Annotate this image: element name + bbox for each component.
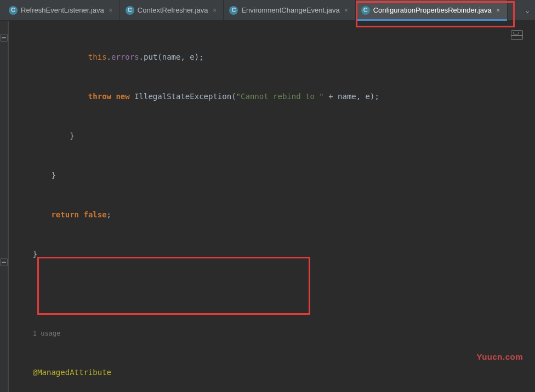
tab-context-refresher[interactable]: C ContextRefresher.java × (120, 0, 224, 20)
tab-environment-change-event[interactable]: C EnvironmentChangeEvent.java × (224, 0, 355, 20)
tab-label: RefreshEventListener.java (21, 6, 104, 14)
java-class-icon: C (361, 6, 370, 15)
fold-handle-icon[interactable] (0, 34, 8, 42)
fold-handle-icon[interactable] (0, 258, 8, 266)
close-icon[interactable]: × (211, 7, 218, 14)
java-class-icon: C (126, 6, 134, 15)
tab-label: ContextRefresher.java (138, 6, 208, 14)
tab-configuration-properties-rebinder[interactable]: C ConfigurationPropertiesRebinder.java × (356, 0, 508, 20)
java-class-icon: C (229, 6, 238, 15)
tab-label: EnvironmentChangeEvent.java (241, 6, 339, 14)
close-icon[interactable]: × (107, 7, 114, 14)
editor-tabs: C RefreshEventListener.java × C ContextR… (0, 0, 535, 21)
code-editor[interactable]: this.errors.put(name, e); throw new Ille… (9, 21, 535, 392)
annotation-highlight-code (37, 257, 310, 315)
tabs-overflow-button[interactable]: ⌄ (520, 0, 535, 20)
watermark-text: Yuucn.com (476, 352, 523, 361)
close-icon[interactable]: × (495, 7, 502, 14)
tab-refresh-event-listener[interactable]: C RefreshEventListener.java × (3, 0, 120, 20)
reader-mode-icon[interactable] (511, 30, 523, 40)
gutter[interactable] (0, 21, 9, 392)
tab-label: ConfigurationPropertiesRebinder.java (373, 6, 492, 14)
editor-area: this.errors.put(name, e); throw new Ille… (0, 21, 535, 392)
close-icon[interactable]: × (343, 7, 350, 14)
java-class-icon: C (9, 6, 18, 15)
